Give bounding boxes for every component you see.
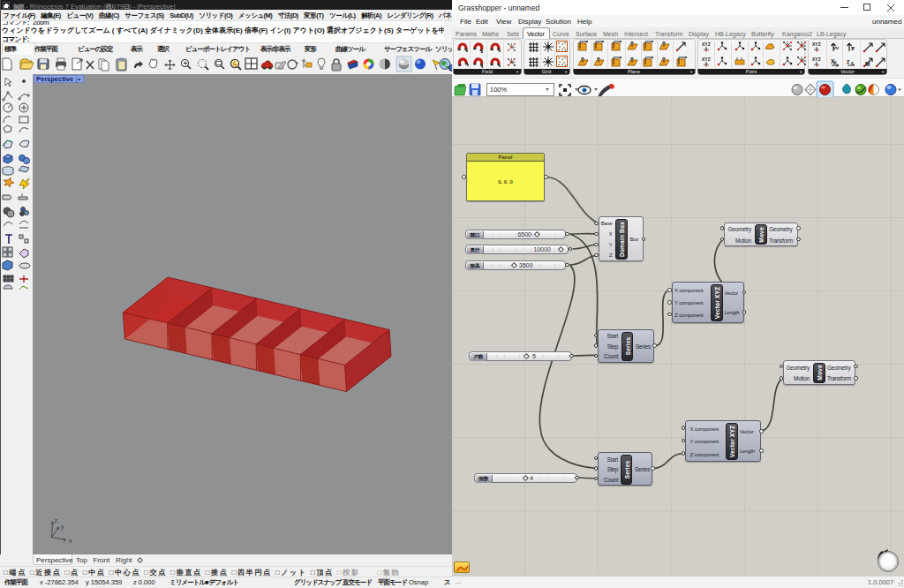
svg-text:z: z [55, 517, 58, 524]
svg-text:M: M [865, 61, 870, 67]
svg-text:Plane: Plane [628, 69, 640, 74]
svg-text:Vector: Vector [840, 69, 855, 74]
svg-text:Grid: Grid [542, 69, 551, 74]
svg-text:+: + [516, 69, 518, 74]
svg-text:+: + [799, 69, 802, 74]
svg-text:+: + [689, 69, 692, 74]
svg-text:+: + [881, 69, 884, 74]
svg-text:y: y [61, 524, 64, 531]
svg-text:Field: Field [482, 69, 493, 74]
svg-text:+: + [564, 69, 567, 74]
svg-text:X: X [833, 60, 837, 65]
svg-text:100%: 100% [490, 86, 508, 94]
svg-text:x: x [69, 538, 72, 544]
svg-text:Point: Point [746, 69, 757, 74]
svg-text:z: z [851, 60, 854, 65]
